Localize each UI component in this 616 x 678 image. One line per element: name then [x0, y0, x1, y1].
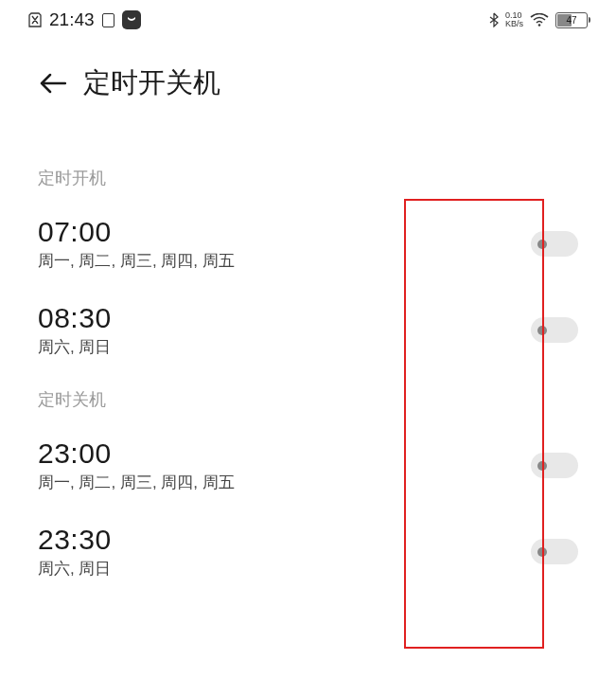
toggle-knob	[537, 240, 547, 249]
toggle-poweron-0[interactable]	[531, 231, 578, 257]
section-label-poweron: 定时开机	[38, 167, 578, 189]
schedule-item-poweron-1[interactable]: 08:30 周六, 周日	[38, 302, 578, 358]
bluetooth-icon	[489, 12, 499, 27]
status-left: 21:43	[28, 9, 141, 30]
toggle-poweron-1[interactable]	[531, 317, 578, 343]
status-right: 0.10 KB/s 47	[489, 11, 588, 28]
toggle-knob	[537, 461, 547, 471]
schedule-text: 07:00 周一, 周二, 周三, 周四, 周五	[38, 216, 235, 272]
toggle-knob	[537, 547, 547, 557]
schedule-text: 23:30 周六, 周日	[38, 524, 112, 580]
toggle-poweroff-1[interactable]	[531, 539, 578, 564]
svg-point-0	[538, 24, 541, 27]
status-bar: 21:43 0.10 KB/s 47	[0, 0, 616, 36]
toggle-poweroff-0[interactable]	[531, 453, 578, 478]
schedule-item-poweron-0[interactable]: 07:00 周一, 周二, 周三, 周四, 周五	[38, 216, 578, 272]
status-time: 21:43	[49, 9, 95, 30]
wifi-icon	[530, 13, 549, 27]
schedule-item-poweroff-0[interactable]: 23:00 周一, 周二, 周三, 周四, 周五	[38, 437, 578, 493]
schedule-time: 07:00	[38, 216, 235, 248]
schedule-days: 周六, 周日	[38, 558, 112, 580]
schedule-text: 23:00 周一, 周二, 周三, 周四, 周五	[38, 437, 235, 493]
no-sim-icon	[28, 12, 42, 27]
schedule-text: 08:30 周六, 周日	[38, 302, 112, 358]
schedule-time: 23:00	[38, 437, 235, 470]
sd-card-icon	[102, 13, 114, 27]
battery-icon: 47	[555, 12, 588, 28]
schedule-time: 23:30	[38, 524, 112, 556]
content: 定时开机 07:00 周一, 周二, 周三, 周四, 周五 08:30 周六, …	[0, 121, 616, 580]
schedule-days: 周一, 周二, 周三, 周四, 周五	[38, 250, 235, 272]
section-label-poweroff: 定时关机	[38, 388, 578, 411]
network-speed: 0.10 KB/s	[505, 11, 523, 28]
schedule-time: 08:30	[38, 302, 112, 334]
toggle-knob	[537, 326, 547, 335]
schedule-days: 周一, 周二, 周三, 周四, 周五	[38, 472, 235, 493]
app-icon	[122, 10, 141, 29]
page-title: 定时开关机	[83, 64, 220, 102]
schedule-days: 周六, 周日	[38, 336, 112, 358]
page-header: 定时开关机	[0, 36, 616, 121]
back-arrow-icon[interactable]	[40, 73, 66, 94]
schedule-item-poweroff-1[interactable]: 23:30 周六, 周日	[38, 524, 578, 580]
